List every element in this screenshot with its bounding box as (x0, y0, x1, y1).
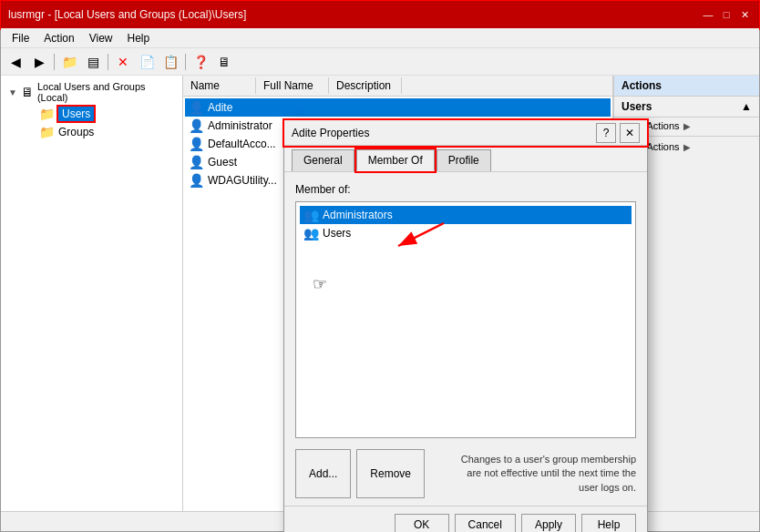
cancel-button[interactable]: Cancel (455, 514, 516, 532)
member-list-box: 👥 Administrators 👥 Users (295, 201, 636, 438)
ok-button[interactable]: OK (395, 514, 449, 532)
member-item-administrators[interactable]: 👥 Administrators (300, 206, 632, 224)
modal-body: Member of: 👥 Administrators 👥 Users (284, 172, 647, 449)
tab-profile[interactable]: Profile (436, 149, 491, 171)
modal-footer: OK Cancel Apply Help (284, 506, 647, 532)
remove-button[interactable]: Remove (356, 449, 425, 498)
main-window: lusrmgr - [Local Users and Groups (Local… (0, 0, 760, 532)
modal-dialog: Adite Properties ? ✕ General Member Of P… (283, 119, 648, 532)
tab-general[interactable]: General (292, 149, 354, 171)
modal-overlay: Adite Properties ? ✕ General Member Of P… (1, 1, 759, 531)
apply-button[interactable]: Apply (521, 514, 576, 532)
modal-close-button[interactable]: ✕ (620, 123, 640, 143)
add-button[interactable]: Add... (295, 449, 351, 498)
group-icon: 👥 (303, 208, 319, 222)
tab-bar: General Member Of Profile (284, 146, 647, 172)
modal-title-bar: Adite Properties ? ✕ (284, 120, 647, 146)
help-button[interactable]: Help (581, 514, 636, 532)
modal-help-button[interactable]: ? (596, 123, 616, 143)
member-item-users[interactable]: 👥 Users (300, 224, 632, 242)
group-icon-2: 👥 (303, 226, 319, 240)
modal-action-buttons: Add... Remove Changes to a user's group … (284, 449, 647, 498)
tab-member-of[interactable]: Member Of (356, 149, 435, 171)
member-label: Administrators (323, 209, 393, 221)
member-label-2: Users (323, 227, 351, 240)
member-of-label: Member of: (295, 183, 636, 196)
footer-info: Changes to a user's group membership are… (454, 449, 636, 498)
modal-title: Adite Properties (292, 127, 369, 139)
modal-title-buttons: ? ✕ (596, 123, 640, 143)
